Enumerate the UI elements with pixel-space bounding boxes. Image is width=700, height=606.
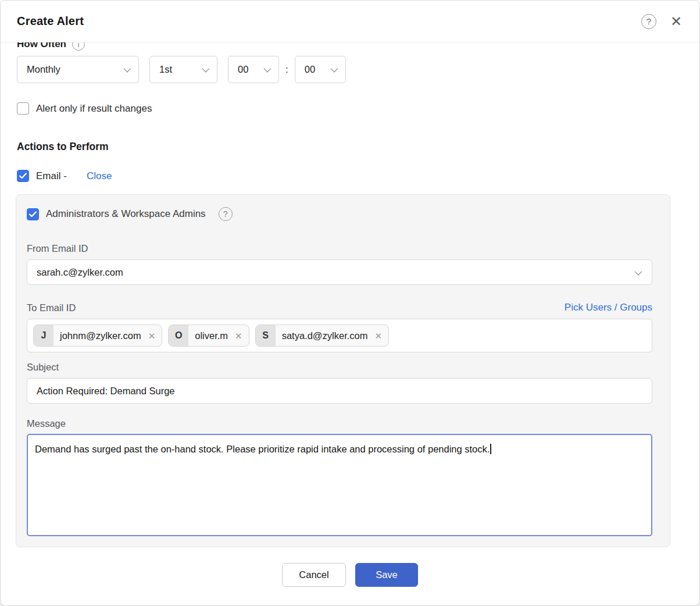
info-icon[interactable]: i bbox=[72, 42, 85, 51]
recipient-chip: J johnm@zylker.com ✕ bbox=[33, 325, 162, 347]
minute-select[interactable]: 00 bbox=[295, 56, 346, 83]
recipient-email: satya.d@zylker.com bbox=[276, 330, 375, 341]
to-email-row: To Email ID Pick Users / Groups bbox=[27, 302, 652, 313]
recipient-initial: O bbox=[169, 325, 188, 346]
to-email-field[interactable]: J johnm@zylker.com ✕ O oliver.m ✕ S saty… bbox=[27, 319, 652, 352]
hour-select[interactable]: 00 bbox=[228, 56, 279, 83]
remove-recipient-icon[interactable]: ✕ bbox=[375, 331, 383, 340]
email-checkbox[interactable] bbox=[17, 170, 29, 182]
chevron-down-icon bbox=[124, 65, 131, 73]
how-often-label: How Often bbox=[17, 42, 66, 50]
subject-input[interactable]: Action Required: Demand Surge bbox=[27, 378, 652, 404]
text-caret bbox=[490, 444, 491, 454]
admins-row: Administrators & Workspace Admins ? bbox=[27, 207, 652, 221]
email-action-row: Email - Close bbox=[17, 170, 683, 182]
admins-label: Administrators & Workspace Admins bbox=[46, 208, 206, 220]
time-separator: : bbox=[285, 64, 288, 76]
admins-help-icon[interactable]: ? bbox=[219, 207, 233, 221]
dialog-header: Create Alert ? ✕ bbox=[1, 1, 699, 42]
message-label: Message bbox=[27, 418, 652, 429]
chevron-down-icon bbox=[264, 65, 272, 73]
alert-only-row: Alert only if result changes bbox=[17, 102, 683, 115]
recipient-chip: O oliver.m ✕ bbox=[168, 325, 249, 347]
dialog-body: How Often i Monthly 1st 00 : 00 bbox=[1, 42, 699, 605]
save-button[interactable]: Save bbox=[355, 563, 418, 587]
recipient-email: johnm@zylker.com bbox=[53, 330, 148, 341]
create-alert-dialog: Create Alert ? ✕ How Often i Monthly 1st… bbox=[0, 0, 700, 606]
how-often-row: How Often i bbox=[17, 42, 683, 52]
alert-only-label: Alert only if result changes bbox=[36, 103, 152, 115]
chevron-down-icon bbox=[635, 268, 642, 275]
admins-checkbox[interactable] bbox=[27, 208, 39, 220]
frequency-select[interactable]: Monthly bbox=[17, 56, 139, 83]
remove-recipient-icon[interactable]: ✕ bbox=[235, 331, 242, 340]
pick-users-groups-link[interactable]: Pick Users / Groups bbox=[565, 302, 652, 313]
checkmark-icon bbox=[19, 173, 27, 179]
recipient-initial: S bbox=[256, 325, 276, 346]
from-email-label: From Email ID bbox=[27, 243, 652, 254]
message-textarea[interactable]: Demand has surged past the on-hand stock… bbox=[27, 434, 652, 536]
from-email-select[interactable]: sarah.c@zylker.com bbox=[27, 259, 652, 285]
cancel-button[interactable]: Cancel bbox=[282, 563, 346, 587]
header-icons: ? ✕ bbox=[641, 14, 682, 29]
recipient-initial: J bbox=[34, 325, 53, 346]
subject-label: Subject bbox=[27, 362, 652, 373]
close-email-link[interactable]: Close bbox=[87, 170, 112, 182]
alert-only-checkbox[interactable] bbox=[17, 102, 29, 115]
remove-recipient-icon[interactable]: ✕ bbox=[148, 331, 156, 340]
dialog-title: Create Alert bbox=[17, 15, 84, 28]
recipient-email: oliver.m bbox=[188, 330, 235, 341]
checkmark-icon bbox=[29, 211, 37, 218]
email-settings-panel: Administrators & Workspace Admins ? From… bbox=[16, 194, 670, 547]
to-email-label: To Email ID bbox=[27, 302, 76, 313]
actions-heading: Actions to Perform bbox=[17, 141, 683, 153]
chevron-down-icon bbox=[202, 65, 210, 73]
chevron-down-icon bbox=[330, 65, 338, 73]
help-icon[interactable]: ? bbox=[641, 14, 656, 29]
dialog-footer: Cancel Save bbox=[17, 563, 683, 587]
schedule-select-row: Monthly 1st 00 : 00 bbox=[17, 56, 683, 83]
recipient-chip: S satya.d@zylker.com ✕ bbox=[255, 325, 389, 347]
email-label: Email - bbox=[36, 170, 67, 182]
close-icon[interactable]: ✕ bbox=[670, 15, 682, 28]
day-select[interactable]: 1st bbox=[149, 56, 217, 83]
